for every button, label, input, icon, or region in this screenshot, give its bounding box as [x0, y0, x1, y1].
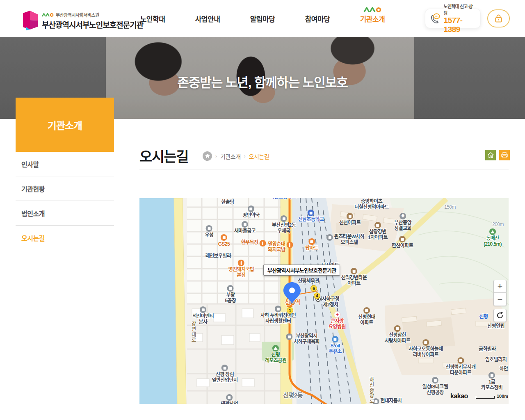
logo-mark-icon [23, 11, 38, 30]
gray-poi-icon [200, 306, 206, 313]
gray-poi-icon [206, 225, 212, 232]
header: 부산광역시사회서비스원 부산광역시서부노인보호전문기관 노인학대 사업안내 알림… [0, 0, 525, 37]
map-label: 부광5공장 [225, 285, 236, 304]
nav-active-deco-icon [363, 7, 381, 12]
map-label: 한솔탕 [221, 200, 234, 205]
sidebar-menu: 인사말 기관현황 법인소개 오시는길 [16, 152, 114, 250]
apt-poi-icon [374, 222, 381, 228]
gray-poi-icon [226, 394, 233, 401]
map-label: 금화빌라 [479, 347, 496, 352]
sidebar-item-greeting[interactable]: 인사말 [16, 152, 114, 176]
gray-poi-icon [227, 285, 234, 292]
map-label: 동매산(210.5m) [484, 228, 502, 247]
food-poi-icon [259, 240, 266, 247]
map-label: 태광산업 [221, 394, 238, 404]
kakao-map[interactable]: 한솔탕하남초등학교경인약국신남초등학교부산신평2동우체국중앙하이츠더힐신평역아파… [139, 198, 509, 404]
map-label: 하신중앙로 [368, 377, 374, 404]
apt-poi-icon [422, 339, 429, 346]
map-label: 경인약국 [242, 205, 260, 219]
map-label: S-oil주유소 [329, 336, 341, 355]
lock-icon [495, 14, 502, 23]
sidebar-item-directions[interactable]: 오시는길 [16, 226, 114, 250]
map-label: 신선아파트 [339, 213, 361, 226]
subway-exit-badge: 4 [314, 292, 320, 299]
gray-poi-icon [221, 365, 228, 371]
breadcrumb-current: 오시는길 [249, 152, 269, 160]
sidebar-item-status[interactable]: 기관현황 [16, 176, 114, 201]
login-lock-button[interactable] [487, 9, 510, 27]
report-phone-box[interactable]: 노인학대 신고·상담 1577-1389 [425, 9, 481, 28]
map-label: 신평삼한사랑채아파트 [385, 325, 411, 344]
map-label: 중앙하이츠더힐신평역아파트 [354, 199, 389, 210]
map-label: 신익강변타운아파트 [341, 268, 367, 287]
map-label: 신평레포츠공원 [265, 345, 286, 364]
map-label: 부산신평2동우체국 [272, 215, 296, 234]
nav-item-participation[interactable]: 참여마당 [290, 0, 345, 37]
phone-consult-icon [429, 12, 441, 25]
nav-item-elder-abuse[interactable]: 노인학대 [125, 0, 180, 37]
map-label: 현대자동차 [372, 398, 402, 404]
map-label: 탑마트 [305, 238, 318, 251]
map-label: 일성IS테크웰신평공장 [422, 377, 448, 396]
nav-item-notice[interactable]: 알림마당 [235, 0, 290, 37]
church-poi-icon [399, 213, 406, 219]
phone-label: 노인학대 신고·상담 [444, 3, 476, 16]
map-label: 영진돼지국밥본점 [228, 260, 254, 278]
map-label: 삼창강변1차아파트 [368, 222, 388, 241]
breadcrumb-about[interactable]: 기관소개 [220, 152, 241, 160]
subway-exit-badge: 6 [310, 285, 317, 292]
head-divider [139, 169, 509, 169]
print-button[interactable] [499, 150, 510, 160]
gray-poi-icon [281, 215, 287, 222]
map-controls: + − [493, 280, 507, 322]
map-label: 200m [492, 222, 504, 228]
gray-poi-icon [488, 372, 495, 379]
apt-poi-icon [347, 213, 353, 219]
map-label: 하남초등학교 [270, 198, 296, 200]
map-label: 한신아파트 [392, 236, 413, 249]
scale-label: 100m [497, 394, 508, 399]
park-poi-icon [272, 345, 279, 352]
breadcrumb-separator: › [244, 153, 246, 159]
cvs-poi-icon [221, 234, 227, 241]
map-label: 신평럭키무지개타운아파트 [445, 357, 475, 376]
nav-item-about-label: 기관소개 [360, 14, 385, 24]
map-label: 신평 장림일반산업단지 [212, 365, 238, 383]
sidebar-item-corporation[interactable]: 법인소개 [16, 201, 114, 226]
map-label: 큰사랑요양병원 [329, 311, 346, 330]
gray-poi-icon [326, 234, 333, 241]
location-tooltip[interactable]: 부산광역시서부노인보호전문기관 [263, 265, 340, 276]
map-label: 신평연립 [487, 324, 504, 329]
zoom-out-button[interactable]: − [493, 293, 507, 306]
nav-item-about[interactable]: 기관소개 [345, 0, 400, 37]
kakao-logo[interactable]: kakao [450, 393, 468, 400]
map-label: 신평현대아파트 [358, 307, 375, 326]
map-label: 150m [444, 205, 456, 210]
map-label: 신남초등학교 [298, 210, 324, 223]
apt-poi-icon [457, 357, 464, 364]
home-button[interactable] [485, 150, 496, 160]
apt-poi-icon [399, 236, 406, 242]
map-label: 하안 [500, 366, 508, 372]
hero-title: 존중받는 노년, 함께하는 노인보호 [0, 72, 525, 91]
nav-item-programs[interactable]: 사업안내 [180, 0, 235, 37]
zoom-in-button[interactable]: + [493, 280, 507, 293]
breadcrumb-home-icon[interactable] [203, 151, 212, 161]
apt-poi-icon [363, 307, 370, 314]
gas-poi-icon [332, 336, 338, 342]
gray-poi-icon [286, 333, 292, 340]
page-head-actions [485, 150, 510, 160]
sidebar-title: 기관소개 [16, 98, 114, 152]
map-label: 부산광역시사하구체육회 [286, 333, 320, 345]
mart-poi-icon [308, 238, 315, 245]
breadcrumb-separator: › [215, 153, 217, 159]
org-small-name: 부산광역시사회서비스원 [56, 11, 99, 18]
map-label: 밀양순대돼지국밥 [268, 242, 293, 253]
map-labels: 한솔탕하남초등학교경인약국신남초등학교부산신평2동우체국중앙하이츠더힐신평역아파… [139, 198, 509, 404]
location-pin-icon[interactable] [283, 282, 301, 304]
mountain-poi-icon [489, 228, 496, 235]
map-label: 강변대로 [190, 321, 196, 342]
school-poi-icon [308, 210, 314, 216]
refresh-button[interactable] [493, 309, 507, 322]
map-label: 우성 [205, 225, 214, 238]
